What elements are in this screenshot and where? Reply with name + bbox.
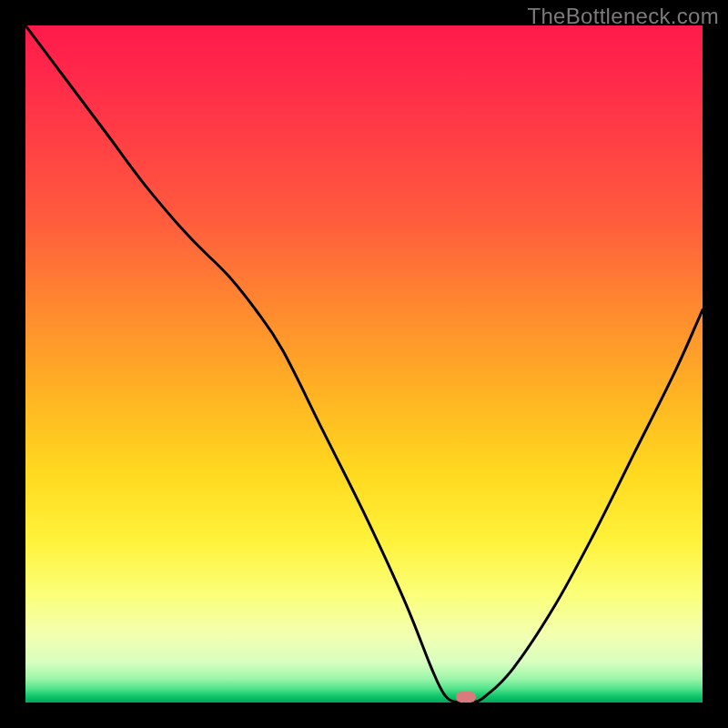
chart-frame: TheBottleneck.com [0,0,728,728]
optimum-marker [456,692,476,703]
plot-area [25,25,703,703]
curve-path [25,25,703,703]
bottleneck-curve [25,25,703,703]
watermark-text: TheBottleneck.com [527,4,719,29]
